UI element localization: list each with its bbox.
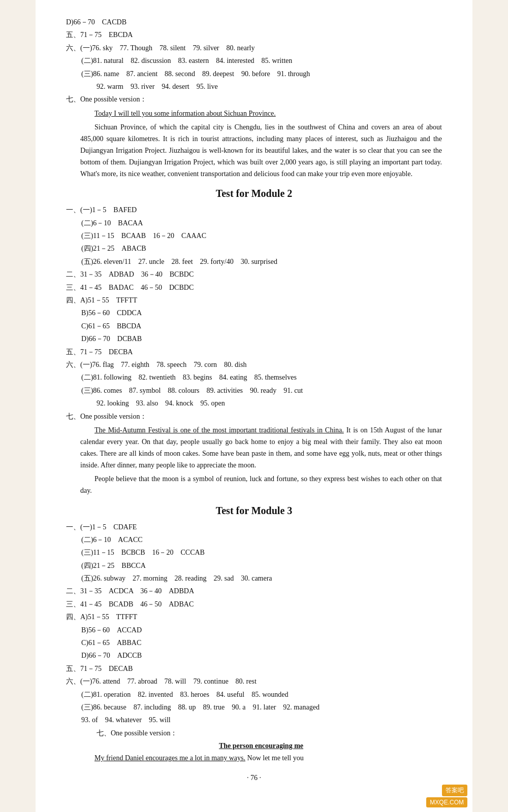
essay-para2: People believe that the moon is a symbol… (80, 473, 442, 496)
line: (三)86. because 87. including 88. up 89. … (81, 702, 442, 713)
section-pre-module2: D)66－70 CACDB 五、71－75 EBCDA 六、(一)76. sky… (66, 17, 442, 180)
line: 92. looking 93. also 94. knock 95. open (97, 398, 442, 409)
line: (四)21－25 ABACB (81, 243, 442, 254)
line: 二、31－35 ACDCA 36－40 ADBDA (66, 586, 442, 597)
line: C)61－65 ABBAC (81, 637, 442, 649)
line: 五、71－75 EBCDA (66, 29, 442, 41)
page-number: · 76 · (66, 774, 442, 782)
line: 92. warm 93. river 94. desert 95. live (97, 81, 442, 92)
line: 六、(一)76. sky 77. Though 78. silent 79. s… (66, 43, 442, 54)
line: 五、71－75 DECBA (66, 347, 442, 358)
line: (二)6－10 BACAA (81, 218, 442, 229)
watermark-gean: 答案吧 (442, 785, 467, 796)
line: 七、One possible version： (66, 411, 442, 422)
line: B)56－60 CDDCA (81, 308, 442, 319)
line: 五、71－75 DECAB (66, 663, 442, 674)
page: D)66－70 CACDB 五、71－75 EBCDA 六、(一)76. sky… (36, 0, 472, 812)
essay-para-underline: The Mid-Autumn Festival is one of the mo… (94, 426, 344, 434)
line: (三)86. name 87. ancient 88. second 89. d… (81, 69, 442, 80)
line: 一、(一)1－5 CDAFE (66, 522, 442, 533)
line: (三)11－15 BCBCB 16－20 CCCAB (81, 547, 442, 558)
line: 六、(一)76. attend 77. abroad 78. will 79. … (66, 676, 442, 687)
essay-title: Today I will tell you some information a… (94, 110, 276, 117)
line: 三、41－45 BCADB 46－50 ADBAC (66, 599, 442, 610)
line: (五)26. eleven/11 27. uncle 28. feet 29. … (81, 256, 442, 267)
line: (二)6－10 ACACC (81, 534, 442, 546)
section-module3: Test for Module 3 一、(一)1－5 CDAFE (二)6－10… (66, 505, 442, 764)
line: D)66－70 ADCCB (81, 650, 442, 661)
line: 七、One possible version： (97, 728, 442, 739)
line: 四、A)51－55 TFFTT (66, 295, 442, 306)
line: (三)11－15 BCAAB 16－20 CAAAC (81, 230, 442, 242)
line: 六、(一)76. flag 77. eighth 78. speech 79. … (66, 359, 442, 370)
essay3-para: My friend Daniel encourages me a lot in … (80, 752, 442, 764)
watermark-container: 答案吧 MXQE.COM (426, 785, 467, 807)
essay-para: Sichuan Province, of which the capital c… (80, 121, 442, 180)
watermark-mxqe: MXQE.COM (426, 797, 467, 807)
essay3-para-underline: My friend Daniel encourages me a lot in … (94, 754, 245, 762)
line: 93. of 94. whatever 95. will (81, 715, 442, 726)
essay3-title: The person encouraging me (80, 742, 442, 750)
line: (四)21－25 BBCCA (81, 560, 442, 571)
line: 三、41－45 BADAC 46－50 DCBDC (66, 282, 442, 293)
section-module2: Test for Module 2 一、(一)1－5 BAFED (二)6－10… (66, 188, 442, 496)
line: C)61－65 BBCDA (81, 321, 442, 332)
module2-title: Test for Module 2 (66, 188, 442, 199)
line: (二)81. operation 82. invented 83. heroes… (81, 689, 442, 700)
line: 四、A)51－55 TTFFT (66, 612, 442, 623)
line: 二、31－35 ADBAD 36－40 BCBDC (66, 269, 442, 280)
line: D)66－70 CACDB (66, 17, 442, 28)
line: (三)86. comes 87. symbol 88. colours 89. … (81, 385, 442, 396)
line: (五)26. subway 27. morning 28. reading 29… (81, 573, 442, 584)
line: 七、One possible version： (66, 94, 442, 105)
essay-title-line: Today I will tell you some information a… (80, 108, 442, 119)
line: (二)81. following 82. twentieth 83. begin… (81, 372, 442, 383)
module3-title: Test for Module 3 (66, 505, 442, 517)
line: 一、(一)1－5 BAFED (66, 205, 442, 216)
line: B)56－60 ACCAD (81, 625, 442, 636)
line: D)66－70 DCBAB (81, 333, 442, 345)
essay-para: The Mid-Autumn Festival is one of the mo… (80, 424, 442, 471)
line: (二)81. natural 82. discussion 83. easter… (81, 55, 442, 66)
